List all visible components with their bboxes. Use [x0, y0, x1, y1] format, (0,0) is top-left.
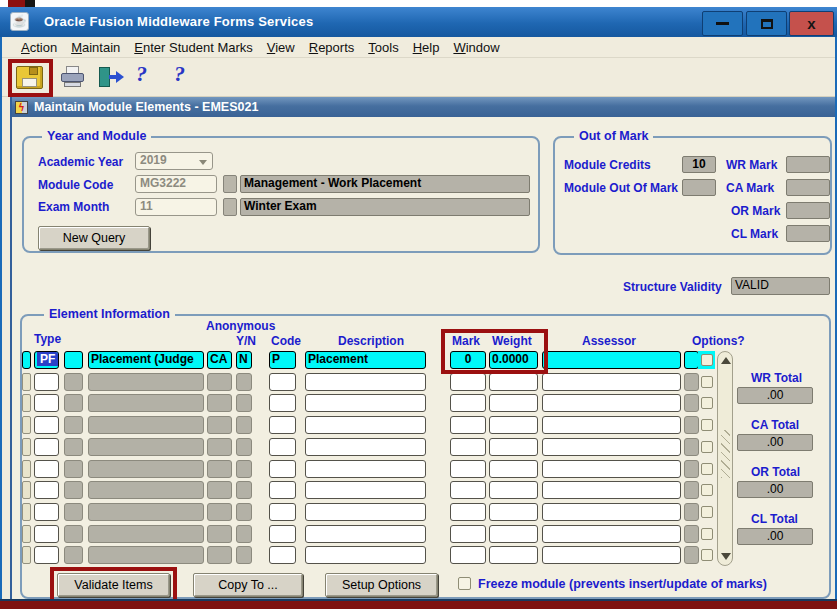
cell-assessor-row7[interactable] [542, 481, 681, 499]
cell-mark-row1[interactable]: 0 [450, 351, 486, 369]
menu-help[interactable]: Help [406, 40, 447, 55]
cell-weight-row6[interactable] [489, 460, 538, 478]
cell-blank-row1[interactable] [64, 351, 83, 369]
cell-assessor-row2[interactable] [542, 373, 681, 391]
menu-window[interactable]: Window [446, 40, 506, 55]
menu-maintain[interactable]: Maintain [64, 40, 127, 55]
close-button[interactable]: x [789, 11, 834, 36]
options-checkbox-row4[interactable] [701, 419, 713, 431]
cell-mark-row4[interactable] [450, 416, 486, 434]
cell-assessor-row10[interactable] [542, 546, 681, 564]
setup-options-button[interactable]: Setup Options [325, 573, 438, 597]
options-checkbox-row8[interactable] [701, 506, 713, 518]
options-checkbox-row5[interactable] [701, 441, 713, 453]
module-code-lov-button[interactable] [223, 175, 237, 193]
maximize-button[interactable] [746, 11, 787, 36]
cell-code-row6[interactable] [269, 460, 296, 478]
scrollbar-down-icon[interactable] [721, 553, 731, 560]
cell-mark-row7[interactable] [450, 481, 486, 499]
cell-mark-row2[interactable] [450, 373, 486, 391]
cell-code-row4[interactable] [269, 416, 296, 434]
cell-type-row5[interactable] [34, 438, 59, 456]
menu-tools[interactable]: Tools [361, 40, 405, 55]
help-icon[interactable]: ? [136, 62, 147, 86]
cell-type-row1[interactable]: PF [34, 351, 59, 369]
cell-mark-row5[interactable] [450, 438, 486, 456]
cell-mark-row3[interactable] [450, 394, 486, 412]
cell-description-row5[interactable] [305, 438, 426, 456]
save-icon[interactable] [16, 66, 43, 89]
cell-type-row9[interactable] [34, 525, 59, 543]
cell-indicator-row1[interactable] [22, 351, 31, 369]
options-checkbox-row7[interactable] [701, 484, 713, 496]
cell-weight-row9[interactable] [489, 525, 538, 543]
cell-code-row9[interactable] [269, 525, 296, 543]
cell-description-row2[interactable] [305, 373, 426, 391]
cell-type-row2[interactable] [34, 373, 59, 391]
cell-assessor-row1[interactable] [542, 351, 681, 369]
cell-description-row1[interactable]: Placement [305, 351, 426, 369]
cell-assessor-row3[interactable] [542, 394, 681, 412]
cell-type-row7[interactable] [34, 481, 59, 499]
cell-type-description-row1[interactable]: Placement (Judge [88, 351, 204, 369]
cell-description-row8[interactable] [305, 503, 426, 521]
cell-assessor-row9[interactable] [542, 525, 681, 543]
cell-weight-row7[interactable] [489, 481, 538, 499]
cell-options-row1[interactable] [684, 351, 699, 369]
cell-weight-row4[interactable] [489, 416, 538, 434]
cell-assessor-row8[interactable] [542, 503, 681, 521]
options-checkbox-row10[interactable] [701, 549, 713, 561]
freeze-module-checkbox[interactable] [458, 577, 471, 590]
new-query-button[interactable]: New Query [38, 226, 150, 250]
academic-year-field[interactable]: 2019 [135, 152, 213, 170]
cell-weight-row8[interactable] [489, 503, 538, 521]
options-checkbox-row6[interactable] [701, 463, 713, 475]
cell-type-row3[interactable] [34, 394, 59, 412]
cell-yn-row1[interactable]: N [236, 351, 252, 369]
exam-month-lov-button[interactable] [223, 198, 237, 216]
cell-assessor-row5[interactable] [542, 438, 681, 456]
cell-assessor-row6[interactable] [542, 460, 681, 478]
print-icon[interactable] [60, 66, 86, 89]
cell-type-row4[interactable] [34, 416, 59, 434]
menu-reports[interactable]: Reports [302, 40, 362, 55]
cell-mark-row8[interactable] [450, 503, 486, 521]
scrollbar-thumb[interactable] [721, 430, 730, 478]
cell-description-row6[interactable] [305, 460, 426, 478]
options-checkbox-row1[interactable] [701, 354, 713, 366]
cell-type-row6[interactable] [34, 460, 59, 478]
cell-ca-row1[interactable]: CA [207, 351, 232, 369]
cell-description-row7[interactable] [305, 481, 426, 499]
cell-weight-row10[interactable] [489, 546, 538, 564]
cell-code-row10[interactable] [269, 546, 296, 564]
scrollbar-up-icon[interactable] [721, 357, 731, 364]
grid-scrollbar[interactable] [717, 351, 733, 566]
cell-code-row8[interactable] [269, 503, 296, 521]
chevron-down-icon[interactable] [199, 160, 207, 165]
cell-code-row5[interactable] [269, 438, 296, 456]
options-checkbox-row3[interactable] [701, 397, 713, 409]
cell-type-row10[interactable] [34, 546, 59, 564]
cell-mark-row10[interactable] [450, 546, 486, 564]
module-code-field[interactable]: MG3222 [135, 175, 217, 193]
cell-weight-row1[interactable]: 0.0000 [489, 351, 538, 369]
cell-description-row9[interactable] [305, 525, 426, 543]
cell-assessor-row4[interactable] [542, 416, 681, 434]
cell-code-row7[interactable] [269, 481, 296, 499]
cell-description-row3[interactable] [305, 394, 426, 412]
cell-weight-row2[interactable] [489, 373, 538, 391]
exam-month-field[interactable]: 11 [135, 198, 217, 216]
cell-description-row10[interactable] [305, 546, 426, 564]
copy-to-button[interactable]: Copy To ... [193, 573, 303, 597]
cell-weight-row5[interactable] [489, 438, 538, 456]
options-checkbox-row2[interactable] [701, 376, 713, 388]
cell-mark-row6[interactable] [450, 460, 486, 478]
options-checkbox-row9[interactable] [701, 528, 713, 540]
cell-type-row8[interactable] [34, 503, 59, 521]
help-icon-2[interactable]: ? [174, 62, 185, 86]
cell-code-row2[interactable] [269, 373, 296, 391]
cell-mark-row9[interactable] [450, 525, 486, 543]
menu-action[interactable]: Action [14, 40, 64, 55]
minimize-button[interactable] [702, 11, 743, 36]
cell-code-row1[interactable]: P [269, 351, 296, 369]
